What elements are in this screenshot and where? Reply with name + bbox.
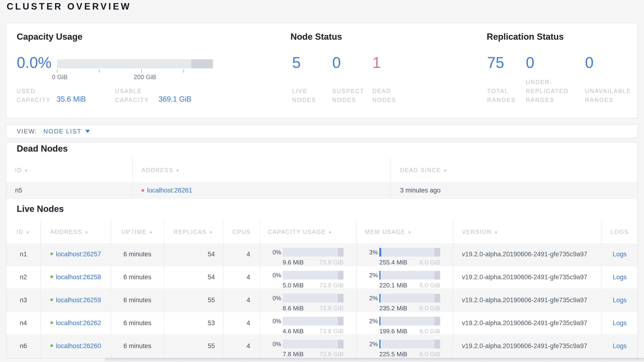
node-address-link[interactable]: localhost:26260 [56,342,101,350]
mem-total-value: 8.0 GiB [420,327,440,335]
replicas-cell: 53 [164,312,224,335]
mem-usage-bar [379,294,440,302]
total-ranges-label: TOTAL RANGES [487,87,516,104]
capacity-used-value: 8.6 MiB [282,305,304,312]
column-header-id[interactable]: ID [6,158,133,182]
used-capacity-value: 35.6 MiB [56,95,86,104]
axis-tick [183,70,184,73]
nodes-card: Dead Nodes ID ADDRESS DEAD SINCE n5 loca… [6,142,638,359]
capacity-usage-cell: 0% 4.6 MiB 73.8 GiB [260,312,357,335]
node-address-link[interactable]: localhost:26262 [56,319,101,327]
unavailable-ranges-count: 0 [585,54,594,71]
mem-bar-fill [379,248,381,257]
node-address-link[interactable]: localhost:26257 [56,251,101,258]
capacity-used-value: 7.8 MiB [282,350,304,358]
capacity-total-value: 73.8 GiB [319,327,344,335]
mem-total-value: 8.0 GiB [420,282,440,289]
node-status-title: Node Status [290,32,342,42]
logs-link[interactable]: Logs [613,319,627,327]
mem-usage-cell: 2% 199.6 MiB 8.0 GiB [357,312,453,335]
view-mode-dropdown[interactable]: NODE LIST [44,128,90,135]
node-id-cell: n3 [6,289,41,312]
dead-nodes-table: ID ADDRESS DEAD SINCE n5 localhost:26261… [6,158,638,199]
uptime-cell: 6 minutes [111,266,164,289]
logs-link[interactable]: Logs [613,251,627,258]
capacity-usage-title: Capacity Usage [17,32,82,42]
mem-percent-label: 2% [362,318,378,325]
cpus-cell: 4 [224,335,260,358]
dropdown-arrow-icon [85,130,90,133]
live-status-dot-icon [50,344,53,347]
logs-link[interactable]: Logs [613,296,627,304]
axis-tick-label: 200 GiB [134,73,156,81]
dead-nodes-heading: Dead Nodes [17,144,68,154]
version-cell: v19.2.0-alpha.20190606-2491-gfe735c9a97 [453,335,602,358]
capacity-total-value: 73.8 GiB [319,282,344,289]
cpus-cell: 4 [224,312,260,335]
logs-cell: Logs [602,312,638,335]
column-header-version[interactable]: VERSION [453,221,602,243]
column-header-mem-usage[interactable]: MEM USAGE [357,221,453,243]
live-nodes-heading: Live Nodes [17,204,64,214]
version-cell: v19.2.0-alpha.20190606-2491-gfe735c9a97 [453,243,602,266]
capacity-percent-label: 0% [265,295,281,302]
column-header-logs: LOGS [602,221,638,243]
capacity-bar [57,59,213,68]
node-id-cell: n1 [6,243,41,266]
node-id-cell: n2 [6,266,41,289]
page-title: CLUSTER OVERVIEW [7,2,131,12]
sort-arrow-icon [326,229,333,235]
column-header-dead-since[interactable]: DEAD SINCE [390,158,638,182]
mem-usage-bar [379,317,440,325]
column-header-address[interactable]: ADDRESS [133,158,390,182]
capacity-used-value: 4.6 MiB [282,327,304,335]
mem-percent-label: 2% [362,295,378,302]
replicas-cell: 54 [164,243,224,266]
logs-link[interactable]: Logs [613,342,627,350]
total-ranges-count: 75 [487,54,504,71]
capacity-usage-bar [282,317,344,325]
node-address-link[interactable]: localhost:26261 [147,187,192,194]
dead-nodes-table-header: ID ADDRESS DEAD SINCE [6,158,638,182]
capacity-used-value: 9.6 MiB [282,259,304,266]
uptime-cell: 6 minutes [111,243,164,266]
column-header-capacity-usage[interactable]: CAPACITY USAGE [260,221,357,243]
node-address-cell: localhost:26262 [41,312,111,335]
logs-cell: Logs [602,243,638,266]
mem-usage-bar [379,340,440,348]
capacity-percent-label: 0% [265,341,281,348]
node-id-cell: n4 [6,312,41,335]
mem-usage-cell: 3% 255.4 MiB 8.0 GiB [357,243,453,266]
table-row: n3 localhost:26259 6 minutes 55 4 0% 8.6… [6,289,638,312]
sort-arrow-icon [492,229,499,235]
live-status-dot-icon [50,275,53,278]
column-header-cpus: CPUS [224,221,260,243]
logs-cell: Logs [602,335,638,358]
capacity-usage-bar [282,271,344,279]
view-label: VIEW: [17,128,37,135]
node-address-link[interactable]: localhost:26259 [56,296,101,304]
table-row: n1 localhost:26257 6 minutes 54 4 0% 9.6… [6,243,638,266]
capacity-usage-cell: 0% 5.0 MiB 73.8 GiB [260,266,357,289]
column-header-address[interactable]: ADDRESS [41,221,111,243]
suspect-nodes-label: SUSPECT NODES [332,87,364,104]
live-nodes-count: 5 [292,54,301,71]
mem-used-value: 199.6 MiB [379,327,407,335]
unavailable-ranges-label: UNAVAILABLE RANGES [585,87,631,104]
mem-bar-fill [379,340,380,348]
uptime-cell: 6 minutes [111,312,164,335]
column-header-id[interactable]: ID [6,221,41,243]
mem-percent-label: 2% [362,272,378,279]
uptime-cell: 6 minutes [111,289,164,312]
replicas-cell: 55 [164,289,224,312]
live-nodes-table: ID ADDRESS UPTIME REPLICAS CPUS CAPACITY… [6,221,638,358]
column-header-replicas[interactable]: REPLICAS [164,221,224,243]
node-address-cell: localhost:26260 [41,335,111,358]
node-address-link[interactable]: localhost:26258 [56,274,101,281]
capacity-usage-bar [282,294,344,302]
mem-bar-fill [379,317,380,325]
summary-card: Capacity Usage 0.0% 0 GiB 200 GiB USED C… [6,23,638,118]
cluster-overview-page: CLUSTER OVERVIEW Capacity Usage 0.0% 0 G… [0,0,644,362]
column-header-uptime[interactable]: UPTIME [111,221,164,243]
logs-link[interactable]: Logs [613,274,627,281]
